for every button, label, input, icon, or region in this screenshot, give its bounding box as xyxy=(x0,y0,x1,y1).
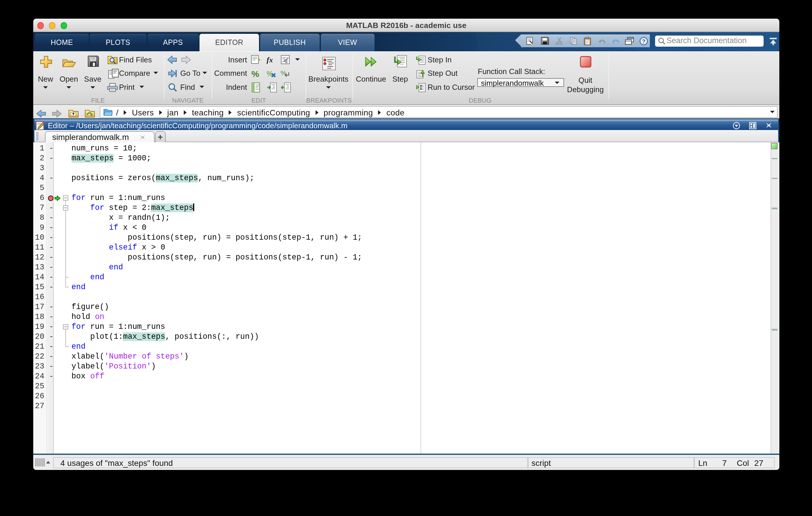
svg-text:fi: fi xyxy=(285,59,288,64)
svg-text:fx: fx xyxy=(267,56,273,64)
svg-text:?: ? xyxy=(641,38,645,44)
svg-text:%: % xyxy=(252,69,259,79)
